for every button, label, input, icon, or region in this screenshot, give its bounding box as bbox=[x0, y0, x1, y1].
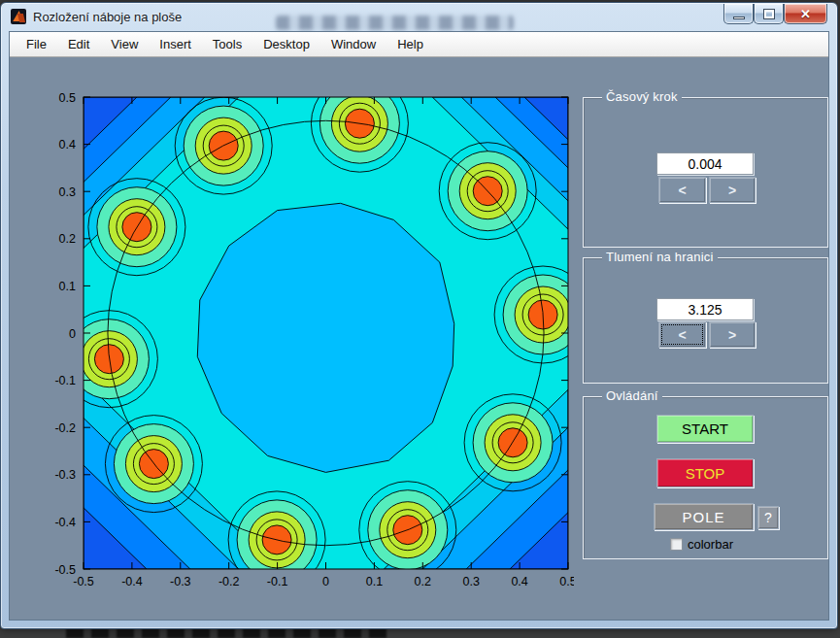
svg-text:-0.4: -0.4 bbox=[54, 516, 76, 529]
svg-text:-0.3: -0.3 bbox=[170, 575, 191, 588]
svg-text:-0.3: -0.3 bbox=[54, 468, 76, 482]
menu-help[interactable]: Help bbox=[386, 33, 434, 55]
app-window: Rozložení náboje na ploše ✕ File Edit Vi… bbox=[0, 2, 838, 629]
menu-edit[interactable]: Edit bbox=[57, 33, 100, 55]
panel-time-step: Časový krok < > bbox=[583, 97, 828, 248]
panel-controls-title: Ovládání bbox=[602, 388, 662, 403]
damping-increase-button[interactable]: > bbox=[709, 321, 756, 348]
colorbar-checkbox[interactable] bbox=[670, 538, 683, 551]
panel-damping-title: Tlumení na hranici bbox=[602, 250, 718, 264]
time-step-decrease-button[interactable]: < bbox=[658, 177, 706, 203]
panel-damping: Tlumení na hranici < > bbox=[583, 257, 828, 384]
svg-text:-0.2: -0.2 bbox=[218, 575, 240, 588]
restore-button[interactable] bbox=[754, 4, 784, 24]
svg-text:0.2: 0.2 bbox=[415, 575, 431, 588]
close-icon: ✕ bbox=[800, 8, 811, 20]
title-bar[interactable]: Rozložení náboje na ploše ✕ bbox=[1, 3, 837, 30]
contour-axes: -0.5-0.4-0.3-0.2-0.100.10.20.30.40.5-0.5… bbox=[31, 87, 574, 594]
menu-bar: File Edit View Insert Tools Desktop Wind… bbox=[10, 32, 828, 57]
damping-decrease-button[interactable]: < bbox=[658, 321, 706, 348]
menu-tools[interactable]: Tools bbox=[202, 33, 252, 55]
svg-text:-0.1: -0.1 bbox=[54, 374, 76, 387]
svg-text:0: 0 bbox=[69, 327, 76, 341]
svg-text:-0.4: -0.4 bbox=[121, 575, 143, 588]
menu-desktop[interactable]: Desktop bbox=[252, 33, 320, 55]
svg-text:0.3: 0.3 bbox=[59, 185, 76, 199]
panel-time-step-title: Časový krok bbox=[602, 89, 682, 104]
background-glass-artifact bbox=[276, 16, 514, 30]
damping-input[interactable] bbox=[656, 298, 754, 320]
figure-canvas: -0.5-0.4-0.3-0.2-0.100.10.20.30.40.5-0.5… bbox=[10, 58, 828, 620]
svg-text:-0.5: -0.5 bbox=[73, 575, 94, 588]
menu-file[interactable]: File bbox=[16, 33, 57, 55]
time-step-input[interactable] bbox=[656, 152, 754, 175]
svg-text:0.4: 0.4 bbox=[59, 138, 76, 151]
svg-text:0.1: 0.1 bbox=[59, 280, 76, 293]
stop-button[interactable]: STOP bbox=[656, 458, 754, 487]
panel-controls: Ovládání START STOP POLE ? colorbar bbox=[583, 396, 828, 559]
svg-text:0.5: 0.5 bbox=[559, 575, 574, 588]
time-step-increase-button[interactable]: > bbox=[709, 177, 756, 203]
background-window-text-artifact bbox=[66, 628, 386, 638]
svg-text:-0.5: -0.5 bbox=[54, 563, 76, 577]
menu-insert[interactable]: Insert bbox=[149, 33, 202, 55]
svg-text:0.3: 0.3 bbox=[463, 575, 480, 588]
svg-text:0: 0 bbox=[322, 575, 329, 588]
pole-button[interactable]: POLE bbox=[654, 503, 754, 530]
figure-window: File Edit View Insert Tools Desktop Wind… bbox=[9, 31, 829, 621]
svg-text:0.4: 0.4 bbox=[511, 575, 527, 588]
menu-window[interactable]: Window bbox=[320, 33, 386, 55]
svg-text:0.2: 0.2 bbox=[59, 232, 76, 246]
help-button[interactable]: ? bbox=[757, 506, 779, 529]
contour-plot: -0.5-0.4-0.3-0.2-0.100.10.20.30.40.5-0.5… bbox=[31, 87, 574, 598]
minimize-button[interactable] bbox=[723, 4, 754, 24]
colorbar-checkbox-label: colorbar bbox=[688, 537, 733, 552]
restore-icon bbox=[764, 10, 774, 18]
minimize-icon bbox=[733, 17, 745, 19]
menu-view[interactable]: View bbox=[100, 33, 149, 55]
svg-text:0.5: 0.5 bbox=[59, 91, 76, 105]
window-title: Rozložení náboje na ploše bbox=[33, 10, 182, 24]
matlab-icon bbox=[11, 9, 26, 24]
svg-text:-0.1: -0.1 bbox=[267, 575, 288, 588]
svg-text:0.1: 0.1 bbox=[366, 575, 383, 588]
svg-text:-0.2: -0.2 bbox=[54, 421, 76, 435]
close-button[interactable]: ✕ bbox=[784, 4, 827, 24]
start-button[interactable]: START bbox=[656, 415, 754, 443]
